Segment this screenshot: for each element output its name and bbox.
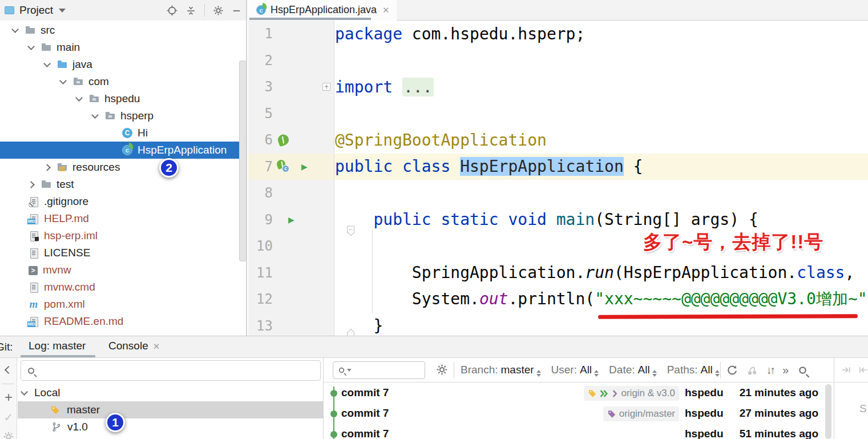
fold-expand-icon[interactable]: + — [322, 83, 330, 91]
hide-icon[interactable] — [0, 365, 17, 375]
spring-boot-class-icon: c — [122, 145, 132, 155]
tree-item-test[interactable]: test — [0, 176, 246, 193]
chevron-collapsed-icon[interactable] — [27, 181, 35, 188]
code-area[interactable]: 1package com.hspedu.hsperp; 2 3+import .… — [248, 21, 868, 336]
log-filter-input[interactable] — [333, 361, 425, 379]
tab-console[interactable]: Console✕ — [108, 340, 160, 352]
tree-item-hspedu[interactable]: hspedu — [0, 90, 246, 107]
gear-icon[interactable] — [0, 431, 17, 439]
close-tab-icon[interactable]: ✕ — [382, 5, 390, 15]
module-file-icon — [29, 231, 39, 241]
resources-folder-icon — [57, 162, 67, 172]
tree-item-help-md[interactable]: MDHELP.md — [0, 210, 246, 227]
branches-panel: Local master v1.0 1 — [18, 358, 323, 439]
toolbar-separator — [720, 362, 721, 378]
chevron-down-icon[interactable] — [59, 9, 66, 13]
fold-start-icon[interactable]: − — [347, 225, 354, 233]
tree-item-resources[interactable]: resources — [0, 159, 246, 176]
tree-item-com[interactable]: com — [0, 73, 246, 90]
project-tool-window: Project src main java com hspedu hsperp … — [0, 0, 247, 336]
tree-item-mvnw-cmd[interactable]: mvnw.cmd — [0, 279, 246, 296]
tab-log-master[interactable]: Log: master — [29, 340, 86, 352]
details-text-fragment: S — [859, 402, 867, 415]
filter-date[interactable]: Date:All — [609, 364, 657, 377]
commit-row[interactable]: commit 7 origin & v3.0 hspedu 21 minutes… — [324, 383, 833, 404]
text-file-icon — [29, 248, 39, 258]
folded-imports[interactable]: ... — [402, 78, 434, 96]
editor-tab-hsperpapplication[interactable]: c HspErpApplication.java ✕ — [248, 0, 397, 21]
run-main-icon[interactable]: ▶ — [288, 215, 294, 225]
tree-item-hsperp[interactable]: hsperp — [0, 107, 246, 124]
chevron-expanded-icon[interactable] — [21, 388, 28, 396]
details-toolbar — [834, 358, 868, 382]
branch-search-input[interactable] — [21, 360, 321, 381]
tree-item-pom-xml[interactable]: mpom.xml — [0, 296, 246, 313]
chevron-expanded-icon[interactable] — [43, 60, 51, 67]
ignored-file-icon — [29, 196, 39, 207]
commit-row[interactable]: commit 7 hspedu 51 minutes ago — [324, 424, 833, 439]
chevron-expanded-icon[interactable] — [91, 111, 99, 119]
cherry-pick-icon[interactable] — [746, 365, 758, 376]
chevron-collapsed-icon[interactable] — [43, 164, 51, 171]
commit-refs-badge[interactable]: origin & v3.0 — [584, 386, 680, 401]
branch-item-v1-0[interactable]: v1.0 — [18, 418, 323, 436]
selected-identifier: HspErpApplication — [460, 157, 624, 176]
annotation-note: 多了~号，去掉了!!号 — [643, 229, 823, 255]
locate-file-icon[interactable] — [167, 5, 177, 16]
tree-item-src[interactable]: src — [0, 22, 246, 39]
check-icon[interactable]: ✓ — [0, 410, 17, 424]
collapse-left-icon[interactable] — [841, 365, 851, 375]
refresh-icon[interactable] — [726, 365, 738, 376]
add-icon[interactable]: + — [0, 389, 17, 405]
run-class-icon[interactable]: ▶ — [301, 162, 308, 172]
filter-user[interactable]: User:All — [551, 364, 599, 377]
spring-boot-gutter-icon[interactable]: c — [277, 160, 290, 174]
tree-item-hsp-erp-iml[interactable]: hsp-erp.iml — [0, 227, 246, 244]
tree-item-hsperpapplication[interactable]: cHspErpApplication — [0, 142, 246, 159]
search-everywhere-icon[interactable] — [799, 366, 806, 374]
collapse-right-icon[interactable] — [858, 365, 868, 375]
commit-refs-badge[interactable]: origin/master — [603, 406, 679, 421]
active-tab-underline — [21, 355, 95, 357]
chevron-expanded-icon[interactable] — [11, 26, 19, 33]
tree-item-license[interactable]: LICENSE — [0, 244, 246, 261]
sort-icon[interactable]: ↓↑ — [766, 364, 774, 377]
commits-scrollbar-thumb[interactable] — [825, 384, 831, 439]
fold-end-icon[interactable] — [347, 332, 354, 336]
project-panel-title: Project — [19, 4, 53, 17]
tree-item-hi-class[interactable]: CHi — [0, 124, 246, 142]
tree-item-readme-en-md[interactable]: MDREADME.en.md — [0, 313, 246, 330]
commit-row[interactable]: commit 7 origin/master hspedu 27 minutes… — [324, 404, 833, 424]
chevron-expanded-icon[interactable] — [59, 77, 67, 84]
filter-paths[interactable]: Paths:All — [667, 364, 720, 377]
line-number: 3 — [248, 79, 273, 95]
spring-bean-gutter-icon[interactable] — [278, 135, 289, 146]
hide-panel-icon[interactable] — [232, 6, 241, 15]
branch-item-master[interactable]: master — [18, 401, 323, 418]
chevron-expanded-icon[interactable] — [27, 43, 35, 50]
editor-tab-bar: c HspErpApplication.java ✕ — [248, 0, 868, 21]
branch-group-local[interactable]: Local — [18, 384, 323, 401]
log-settings-gear-icon[interactable] — [436, 364, 448, 376]
more-actions-icon[interactable]: » — [782, 364, 789, 377]
tree-item-main[interactable]: main — [0, 39, 246, 56]
tag-purple-icon — [607, 409, 617, 419]
tree-item-gitignore[interactable]: .gitignore — [0, 193, 246, 210]
chevron-expanded-icon[interactable] — [75, 94, 83, 102]
tree-item-mvnw[interactable]: >mvnw — [0, 261, 246, 279]
code-line: 6@SpringBootApplication — [248, 127, 868, 154]
line-number: 7 — [248, 159, 273, 175]
collapse-all-icon[interactable] — [185, 5, 196, 16]
tree-item-java[interactable]: java — [0, 56, 246, 73]
panel-divider[interactable] — [323, 358, 324, 439]
filter-branch[interactable]: Branch:master — [461, 364, 541, 377]
project-scrollbar-thumb[interactable] — [239, 61, 247, 261]
toolbar-separator — [454, 362, 454, 378]
editor-pane[interactable]: c HspErpApplication.java ✕ 1package com.… — [248, 0, 868, 336]
settings-gear-icon[interactable] — [213, 5, 224, 16]
close-tab-icon[interactable]: ✕ — [153, 341, 160, 351]
line-number: 11 — [248, 265, 273, 281]
git-tab-bar: Git: Log: master Console✕ — [0, 336, 868, 358]
code-line: 11 SpringApplication.run(HspErpApplicati… — [248, 260, 868, 287]
code-line: 5 — [248, 100, 868, 127]
